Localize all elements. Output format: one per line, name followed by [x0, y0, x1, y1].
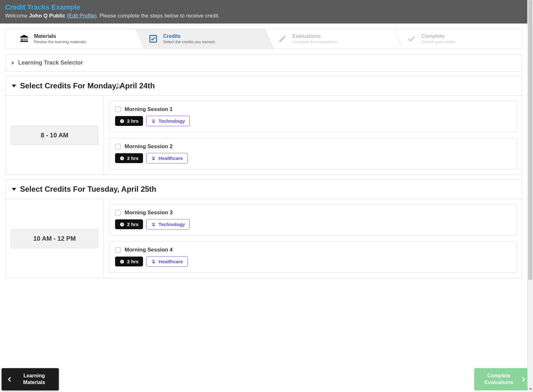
category-text: Healthcare	[159, 155, 183, 161]
session-checkbox[interactable]	[115, 210, 121, 216]
timeslot-column: 8 - 10 AM	[5, 96, 104, 175]
svg-point-4	[154, 120, 155, 120]
step-title: Materials	[34, 33, 87, 39]
svg-point-14	[154, 223, 155, 224]
chevron-down-icon	[12, 85, 16, 87]
svg-point-18	[153, 260, 154, 261]
track-selector-toggle[interactable]: Learning Track Selector	[5, 54, 522, 71]
step-complete[interactable]: Complete Submit your credits.	[393, 29, 522, 49]
svg-point-19	[154, 260, 155, 261]
svg-point-5	[153, 121, 155, 123]
clock-icon	[120, 156, 125, 161]
step-title: Complete	[421, 33, 456, 39]
hours-pill: 2 hrs	[115, 257, 143, 266]
session-title: Morning Session 3	[125, 210, 173, 216]
session-checkbox[interactable]	[115, 247, 121, 253]
session-title: Morning Session 1	[125, 106, 173, 113]
paw-icon	[151, 222, 156, 227]
step-desc: Review the learning materials.	[34, 40, 87, 44]
step-credits[interactable]: Credits Select the credits you earned.	[134, 29, 263, 49]
svg-point-2	[152, 120, 153, 120]
category-pill[interactable]: Technology	[146, 116, 190, 126]
clock-icon	[120, 259, 125, 264]
category-pill[interactable]: Technology	[146, 219, 190, 230]
session-checkbox[interactable]	[115, 144, 121, 149]
svg-point-9	[154, 157, 155, 158]
session-card: Morning Session 4 2 hrs Healthcare	[109, 241, 517, 273]
hours-text: 2 hrs	[127, 118, 139, 124]
step-tracker: Materials Review the learning materials.…	[5, 29, 522, 49]
page-title: Credit Tracks Example	[5, 3, 528, 11]
edit-profile-link[interactable]: (Edit Profile)	[67, 13, 97, 19]
svg-point-15	[153, 224, 155, 226]
day-panel-1: Select Credits For Monday, April 24th 8 …	[5, 76, 522, 175]
step-desc: Submit your credits.	[421, 40, 456, 44]
step-title: Evaluations	[292, 33, 338, 39]
paw-icon	[151, 259, 156, 264]
sessions-column: Morning Session 1 2 hrs Technology	[104, 96, 522, 175]
svg-point-3	[153, 119, 154, 120]
category-pill[interactable]: Healthcare	[146, 256, 188, 267]
sessions-column: Morning Session 3 2 hrs Technology	[104, 199, 522, 278]
chevron-down-icon	[12, 188, 16, 191]
hours-text: 2 hrs	[127, 259, 139, 264]
step-title: Credits	[163, 33, 215, 39]
svg-point-7	[152, 157, 153, 158]
session-checkbox[interactable]	[115, 107, 121, 112]
category-text: Technology	[159, 118, 185, 124]
day-header[interactable]: Select Credits For Monday, April 24th	[5, 76, 522, 95]
hours-pill: 2 hrs	[115, 219, 143, 229]
track-selector-label: Learning Track Selector	[18, 59, 83, 66]
timeslot-label: 10 AM - 12 PM	[10, 229, 99, 248]
day-title: Select Credits For Tuesday, April 25th	[20, 185, 156, 194]
session-card: Morning Session 1 2 hrs Technology	[109, 101, 517, 132]
evaluations-icon	[278, 34, 287, 44]
session-title: Morning Session 4	[125, 247, 173, 253]
step-desc: Complete the evaluations.	[292, 40, 338, 44]
paw-icon	[151, 156, 156, 161]
chevron-right-icon	[12, 61, 14, 65]
svg-point-17	[152, 260, 153, 261]
welcome-suffix: . Please complete the steps below to rec…	[97, 13, 220, 19]
session-card: Morning Session 3 2 hrs Technology	[109, 204, 517, 236]
hours-pill: 2 hrs	[115, 116, 143, 126]
user-name: John Q Public	[29, 13, 65, 19]
day-title: Select Credits For Monday, April 24th	[20, 81, 155, 90]
svg-point-8	[153, 156, 154, 157]
step-materials[interactable]: Materials Review the learning materials.	[5, 29, 134, 49]
scroll-thumb[interactable]	[528, 0, 532, 280]
credits-icon	[148, 34, 158, 44]
hours-text: 2 hrs	[127, 155, 139, 161]
svg-point-12	[152, 223, 153, 224]
svg-point-10	[153, 158, 155, 160]
day-panel-2: Select Credits For Tuesday, April 25th 1…	[5, 179, 522, 278]
scrollbar[interactable]	[527, 0, 533, 311]
step-evaluations[interactable]: Evaluations Complete the evaluations.	[264, 29, 393, 49]
app-header: Credit Tracks Example Welcome John Q Pub…	[0, 0, 533, 24]
welcome-line: Welcome John Q Public (Edit Profile). Pl…	[5, 13, 528, 19]
category-text: Healthcare	[159, 259, 183, 264]
category-text: Technology	[159, 222, 185, 227]
svg-point-20	[153, 262, 155, 263]
welcome-prefix: Welcome	[5, 13, 29, 19]
session-title: Morning Session 2	[125, 143, 173, 150]
materials-icon	[19, 34, 29, 44]
complete-icon	[407, 34, 416, 44]
step-desc: Select the credits you earned.	[163, 40, 215, 44]
svg-point-13	[153, 223, 154, 224]
track-selector-panel: Learning Track Selector	[5, 54, 522, 72]
hours-text: 2 hrs	[127, 222, 139, 227]
clock-icon	[120, 222, 125, 227]
paw-icon	[151, 119, 156, 124]
timeslot-label: 8 - 10 AM	[10, 126, 99, 145]
day-header[interactable]: Select Credits For Tuesday, April 25th	[5, 180, 522, 199]
category-pill[interactable]: Healthcare	[146, 153, 188, 163]
session-card: Morning Session 2 2 hrs Healthcare	[109, 138, 517, 169]
hours-pill: 2 hrs	[115, 153, 143, 163]
timeslot-column: 10 AM - 12 PM	[5, 199, 104, 278]
clock-icon	[120, 119, 125, 124]
